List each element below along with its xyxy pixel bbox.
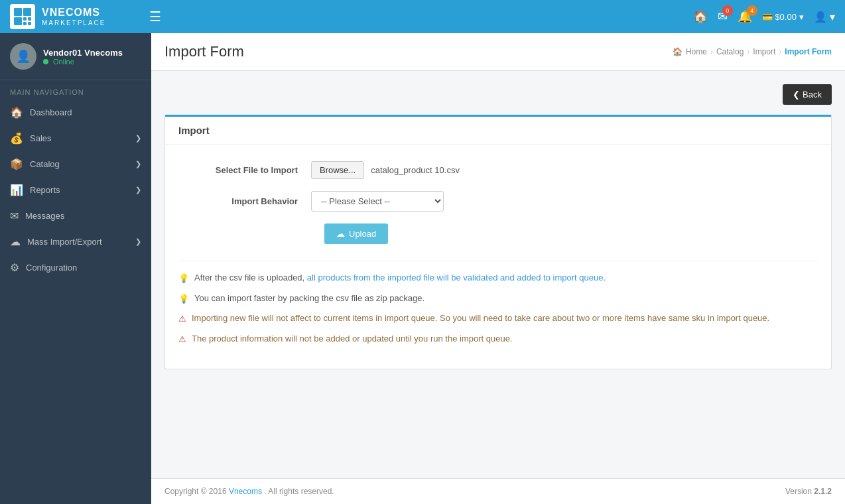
behavior-select[interactable]: -- Please Select -- Add/Update Replace D… (311, 191, 444, 212)
upload-label: Upload (349, 229, 376, 239)
sidebar-item-dashboard[interactable]: 🏠 Dashboard (0, 99, 151, 125)
note-item-3: ⚠ Importing new file will not affect to … (178, 312, 818, 326)
note-item-1: 💡 After the csv file is uploaded, all pr… (178, 271, 818, 285)
messages-icon: ✉ (10, 210, 19, 222)
svg-rect-1 (23, 8, 31, 16)
version-number: 2.1.2 (814, 487, 832, 496)
sidebar-item-label: Configuration (26, 263, 77, 273)
upload-button[interactable]: ☁ Upload (324, 223, 388, 244)
breadcrumb-import[interactable]: Import (753, 47, 775, 56)
sidebar-item-label: Messages (25, 211, 64, 221)
breadcrumb-current: Import Form (785, 47, 832, 56)
messages-badge: 0 (722, 5, 733, 16)
content-area: Import Form 🏠 Home › Catalog › Import › … (151, 33, 845, 504)
notes-section: 💡 After the csv file is uploaded, all pr… (178, 261, 818, 346)
svg-rect-3 (23, 17, 27, 21)
notifications-badge: 4 (747, 5, 757, 16)
brand-sub: MARKETPLACE (42, 19, 105, 27)
brand-text: VNECOMS MARKETPLACE (42, 6, 105, 27)
breadcrumb-home[interactable]: Home (686, 47, 707, 56)
content-header: Import Form 🏠 Home › Catalog › Import › … (151, 33, 845, 71)
wallet-button[interactable]: 💳 $0.00 ▾ (762, 12, 804, 22)
sidebar-item-messages[interactable]: ✉ Messages (0, 203, 151, 229)
brand-name: VNECOMS (42, 6, 105, 19)
username: Vendor01 Vnecoms (43, 48, 123, 58)
footer-version: Version 2.1.2 (785, 487, 832, 496)
import-card-title: Import (165, 117, 831, 145)
hamburger-menu[interactable]: ☰ (143, 5, 168, 28)
status-dot (43, 59, 48, 64)
sidebar-item-label: Reports (30, 185, 60, 195)
warning-icon-1: ⚠ (178, 312, 186, 326)
sidebar-item-catalog[interactable]: 📦 Catalog ❯ (0, 151, 151, 177)
nav-section-title: MAIN NAVIGATION (0, 80, 151, 99)
main-layout: 👤 Vendor01 Vnecoms Online MAIN NAVIGATIO… (0, 33, 845, 504)
file-select-row: Select File to Import Browse... catalog_… (178, 161, 818, 179)
note-item-2: 💡 You can import faster by packing the c… (178, 292, 818, 306)
sidebar-item-configuration[interactable]: ⚙ Configuration (0, 255, 151, 281)
footer: Copyright © 2016 Vnecoms . All rights re… (151, 478, 845, 504)
import-icon: ☁ (10, 235, 21, 248)
note-text-2: You can import faster by packing the csv… (194, 292, 424, 305)
file-select-label: Select File to Import (178, 165, 311, 175)
upload-btn-row: ☁ Upload (178, 223, 818, 244)
sidebar-item-sales[interactable]: 💰 Sales ❯ (0, 125, 151, 151)
svg-rect-6 (28, 22, 31, 25)
behavior-row: Import Behavior -- Please Select -- Add/… (178, 191, 818, 212)
upload-icon: ☁ (336, 229, 345, 239)
browse-button[interactable]: Browse... (311, 161, 364, 179)
home-nav-icon[interactable]: 🏠 (693, 9, 708, 24)
messages-nav-icon[interactable]: ✉ 0 (718, 9, 728, 24)
note-text-3: Importing new file will not affect to cu… (192, 312, 769, 325)
sidebar-item-label: Mass Import/Export (27, 237, 102, 247)
import-card-body: Select File to Import Browse... catalog_… (165, 145, 831, 369)
import-card: Import Select File to Import Browse... c… (164, 115, 832, 369)
brand-logo-area: VNECOMS MARKETPLACE (10, 4, 143, 29)
sales-icon: 💰 (10, 132, 23, 145)
file-control-wrap: Browse... catalog_product 10.csv (311, 161, 460, 179)
user-profile: 👤 Vendor01 Vnecoms Online (0, 33, 151, 80)
file-name-display: catalog_product 10.csv (371, 165, 460, 175)
behavior-label: Import Behavior (178, 196, 311, 206)
user-menu-button[interactable]: 👤 ▾ (814, 11, 835, 23)
home-icon: 🏠 (673, 47, 682, 56)
chevron-right-icon: ❯ (135, 186, 141, 194)
dashboard-icon: 🏠 (10, 106, 23, 119)
warning-icon-2: ⚠ (178, 333, 186, 346)
info-icon-1: 💡 (178, 272, 189, 285)
note-text-1: After the csv file is uploaded, all prod… (194, 271, 606, 284)
note-text-4: The product information will not be adde… (192, 332, 512, 346)
back-btn-row: ❮ Back (164, 84, 832, 105)
top-nav-right: 🏠 ✉ 0 🔔 4 💳 $0.00 ▾ 👤 ▾ (693, 9, 835, 24)
brand-logo-icon (10, 4, 35, 29)
catalog-icon: 📦 (10, 158, 23, 170)
sidebar-item-mass-import[interactable]: ☁ Mass Import/Export ❯ (0, 229, 151, 255)
svg-rect-0 (14, 8, 22, 16)
sidebar-item-reports[interactable]: 📊 Reports ❯ (0, 177, 151, 203)
sidebar-item-label: Catalog (30, 159, 60, 169)
page-title: Import Form (164, 43, 244, 60)
notifications-nav-icon[interactable]: 🔔 4 (738, 9, 752, 24)
footer-brand-link[interactable]: Vnecoms (229, 487, 262, 496)
back-button[interactable]: ❮ Back (783, 84, 832, 105)
breadcrumb: 🏠 Home › Catalog › Import › Import Form (673, 47, 832, 56)
behavior-control-wrap: -- Please Select -- Add/Update Replace D… (311, 191, 444, 212)
breadcrumb-catalog[interactable]: Catalog (716, 47, 744, 56)
avatar: 👤 (10, 43, 36, 70)
note-item-4: ⚠ The product information will not be ad… (178, 332, 818, 346)
info-icon-2: 💡 (178, 292, 189, 306)
sidebar: 👤 Vendor01 Vnecoms Online MAIN NAVIGATIO… (0, 33, 151, 504)
sidebar-item-label: Sales (30, 133, 52, 143)
sidebar-item-label: Dashboard (30, 107, 72, 117)
svg-rect-4 (28, 17, 31, 21)
user-info: Vendor01 Vnecoms Online (43, 48, 123, 66)
user-status: Online (43, 58, 123, 66)
gear-icon: ⚙ (10, 261, 19, 274)
footer-copyright: Copyright © 2016 Vnecoms . All rights re… (164, 487, 334, 496)
top-navigation: VNECOMS MARKETPLACE ☰ 🏠 ✉ 0 🔔 4 💳 $0.00 … (0, 0, 845, 33)
svg-rect-2 (14, 17, 22, 25)
svg-rect-5 (23, 22, 27, 25)
content-body: ❮ Back Import Select File to Import Brow… (151, 71, 845, 478)
chevron-right-icon: ❯ (135, 237, 141, 246)
note-link-1[interactable]: all products from the imported file will… (307, 273, 606, 283)
